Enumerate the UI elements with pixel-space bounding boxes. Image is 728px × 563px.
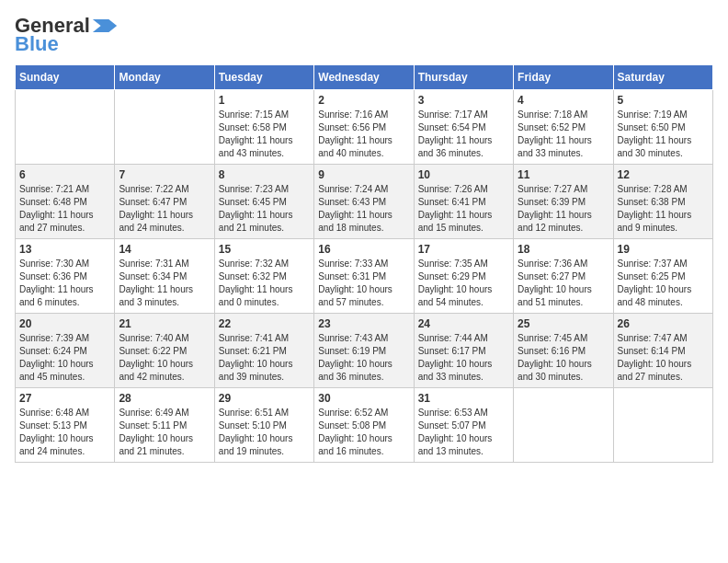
day-number: 3	[418, 94, 509, 107]
day-number: 1	[219, 94, 310, 107]
day-number: 27	[19, 392, 110, 405]
day-number: 30	[318, 392, 409, 405]
calendar-cell: 4Sunrise: 7:18 AM Sunset: 6:52 PM Daylig…	[514, 90, 613, 165]
svg-marker-0	[93, 19, 117, 32]
day-number: 8	[219, 168, 310, 181]
calendar-cell: 8Sunrise: 7:23 AM Sunset: 6:45 PM Daylig…	[214, 165, 313, 239]
day-number: 22	[219, 317, 310, 330]
day-info: Sunrise: 7:37 AM Sunset: 6:25 PM Dayligh…	[618, 258, 709, 309]
day-number: 18	[518, 243, 609, 256]
calendar-cell: 19Sunrise: 7:37 AM Sunset: 6:25 PM Dayli…	[613, 239, 712, 314]
calendar-cell	[613, 388, 712, 463]
calendar-cell	[16, 90, 115, 165]
day-number: 2	[318, 94, 409, 107]
day-number: 28	[119, 392, 210, 405]
day-info: Sunrise: 7:32 AM Sunset: 6:32 PM Dayligh…	[219, 258, 310, 309]
day-info: Sunrise: 6:53 AM Sunset: 5:07 PM Dayligh…	[418, 407, 509, 458]
logo: General Blue	[15, 15, 118, 55]
day-number: 26	[618, 317, 709, 330]
day-number: 25	[518, 317, 609, 330]
calendar-cell: 5Sunrise: 7:19 AM Sunset: 6:50 PM Daylig…	[613, 90, 712, 165]
logo-icon	[92, 19, 118, 32]
calendar-week-row: 27Sunrise: 6:48 AM Sunset: 5:13 PM Dayli…	[16, 388, 713, 463]
calendar-cell: 11Sunrise: 7:27 AM Sunset: 6:39 PM Dayli…	[514, 165, 613, 239]
day-info: Sunrise: 7:36 AM Sunset: 6:27 PM Dayligh…	[518, 258, 609, 309]
calendar-cell: 30Sunrise: 6:52 AM Sunset: 5:08 PM Dayli…	[314, 388, 414, 463]
day-header-friday: Friday	[514, 65, 613, 90]
calendar-week-row: 1Sunrise: 7:15 AM Sunset: 6:58 PM Daylig…	[16, 90, 713, 165]
calendar-cell	[514, 388, 613, 463]
calendar-cell: 10Sunrise: 7:26 AM Sunset: 6:41 PM Dayli…	[414, 165, 513, 239]
calendar-cell	[115, 90, 214, 165]
day-info: Sunrise: 6:52 AM Sunset: 5:08 PM Dayligh…	[318, 407, 409, 458]
day-info: Sunrise: 7:44 AM Sunset: 6:17 PM Dayligh…	[418, 332, 509, 384]
day-info: Sunrise: 7:45 AM Sunset: 6:16 PM Dayligh…	[518, 332, 609, 384]
day-info: Sunrise: 7:19 AM Sunset: 6:50 PM Dayligh…	[618, 109, 709, 160]
calendar-cell: 13Sunrise: 7:30 AM Sunset: 6:36 PM Dayli…	[16, 239, 115, 314]
day-info: Sunrise: 7:28 AM Sunset: 6:38 PM Dayligh…	[618, 183, 709, 235]
day-info: Sunrise: 7:47 AM Sunset: 6:14 PM Dayligh…	[618, 332, 709, 384]
day-number: 17	[418, 243, 509, 256]
day-number: 24	[418, 317, 509, 330]
calendar-cell: 26Sunrise: 7:47 AM Sunset: 6:14 PM Dayli…	[613, 314, 712, 388]
day-info: Sunrise: 7:39 AM Sunset: 6:24 PM Dayligh…	[19, 332, 110, 384]
calendar-header-row: SundayMondayTuesdayWednesdayThursdayFrid…	[16, 65, 713, 90]
day-header-thursday: Thursday	[414, 65, 513, 90]
day-number: 31	[418, 392, 509, 405]
logo-blue-text: Blue	[15, 33, 59, 55]
day-number: 14	[119, 243, 210, 256]
day-info: Sunrise: 7:22 AM Sunset: 6:47 PM Dayligh…	[119, 183, 210, 235]
day-info: Sunrise: 7:15 AM Sunset: 6:58 PM Dayligh…	[219, 109, 310, 160]
day-number: 19	[618, 243, 709, 256]
day-info: Sunrise: 7:35 AM Sunset: 6:29 PM Dayligh…	[418, 258, 509, 309]
day-number: 13	[19, 243, 110, 256]
day-info: Sunrise: 7:33 AM Sunset: 6:31 PM Dayligh…	[318, 258, 409, 309]
day-info: Sunrise: 7:41 AM Sunset: 6:21 PM Dayligh…	[219, 332, 310, 384]
day-info: Sunrise: 6:49 AM Sunset: 5:11 PM Dayligh…	[119, 407, 210, 458]
calendar-week-row: 20Sunrise: 7:39 AM Sunset: 6:24 PM Dayli…	[16, 314, 713, 388]
day-header-monday: Monday	[115, 65, 214, 90]
calendar-cell: 16Sunrise: 7:33 AM Sunset: 6:31 PM Dayli…	[314, 239, 414, 314]
calendar-cell: 2Sunrise: 7:16 AM Sunset: 6:56 PM Daylig…	[314, 90, 414, 165]
calendar-cell: 20Sunrise: 7:39 AM Sunset: 6:24 PM Dayli…	[16, 314, 115, 388]
day-number: 11	[518, 168, 609, 181]
day-info: Sunrise: 6:51 AM Sunset: 5:10 PM Dayligh…	[219, 407, 310, 458]
calendar-cell: 9Sunrise: 7:24 AM Sunset: 6:43 PM Daylig…	[314, 165, 414, 239]
day-number: 6	[19, 168, 110, 181]
day-info: Sunrise: 7:18 AM Sunset: 6:52 PM Dayligh…	[518, 109, 609, 160]
calendar-week-row: 13Sunrise: 7:30 AM Sunset: 6:36 PM Dayli…	[16, 239, 713, 314]
calendar-week-row: 6Sunrise: 7:21 AM Sunset: 6:48 PM Daylig…	[16, 165, 713, 239]
day-number: 7	[119, 168, 210, 181]
day-number: 12	[618, 168, 709, 181]
calendar-cell: 21Sunrise: 7:40 AM Sunset: 6:22 PM Dayli…	[115, 314, 214, 388]
calendar-cell: 27Sunrise: 6:48 AM Sunset: 5:13 PM Dayli…	[16, 388, 115, 463]
day-number: 20	[19, 317, 110, 330]
day-number: 5	[618, 94, 709, 107]
day-number: 4	[518, 94, 609, 107]
day-info: Sunrise: 7:17 AM Sunset: 6:54 PM Dayligh…	[418, 109, 509, 160]
day-number: 21	[119, 317, 210, 330]
page-header: General Blue	[15, 15, 713, 55]
calendar-cell: 24Sunrise: 7:44 AM Sunset: 6:17 PM Dayli…	[414, 314, 513, 388]
calendar-cell: 3Sunrise: 7:17 AM Sunset: 6:54 PM Daylig…	[414, 90, 513, 165]
calendar-cell: 25Sunrise: 7:45 AM Sunset: 6:16 PM Dayli…	[514, 314, 613, 388]
day-info: Sunrise: 7:40 AM Sunset: 6:22 PM Dayligh…	[119, 332, 210, 384]
day-info: Sunrise: 7:31 AM Sunset: 6:34 PM Dayligh…	[119, 258, 210, 309]
calendar-table: SundayMondayTuesdayWednesdayThursdayFrid…	[15, 64, 713, 463]
calendar-cell: 7Sunrise: 7:22 AM Sunset: 6:47 PM Daylig…	[115, 165, 214, 239]
day-number: 9	[318, 168, 409, 181]
calendar-cell: 18Sunrise: 7:36 AM Sunset: 6:27 PM Dayli…	[514, 239, 613, 314]
calendar-cell: 15Sunrise: 7:32 AM Sunset: 6:32 PM Dayli…	[214, 239, 313, 314]
calendar-cell: 22Sunrise: 7:41 AM Sunset: 6:21 PM Dayli…	[214, 314, 313, 388]
day-number: 23	[318, 317, 409, 330]
calendar-cell: 29Sunrise: 6:51 AM Sunset: 5:10 PM Dayli…	[214, 388, 313, 463]
day-number: 10	[418, 168, 509, 181]
calendar-cell: 14Sunrise: 7:31 AM Sunset: 6:34 PM Dayli…	[115, 239, 214, 314]
day-number: 29	[219, 392, 310, 405]
day-info: Sunrise: 7:16 AM Sunset: 6:56 PM Dayligh…	[318, 109, 409, 160]
calendar-cell: 17Sunrise: 7:35 AM Sunset: 6:29 PM Dayli…	[414, 239, 513, 314]
calendar-cell: 6Sunrise: 7:21 AM Sunset: 6:48 PM Daylig…	[16, 165, 115, 239]
day-info: Sunrise: 7:30 AM Sunset: 6:36 PM Dayligh…	[19, 258, 110, 309]
calendar-cell: 28Sunrise: 6:49 AM Sunset: 5:11 PM Dayli…	[115, 388, 214, 463]
day-info: Sunrise: 7:43 AM Sunset: 6:19 PM Dayligh…	[318, 332, 409, 384]
